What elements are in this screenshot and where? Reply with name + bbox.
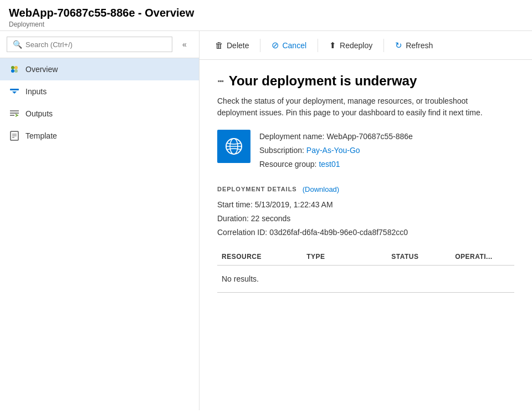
sidebar-item-inputs[interactable]: Inputs <box>0 80 199 103</box>
sidebar-nav: Overview Inputs <box>0 58 199 147</box>
subscription-label: Subscription: <box>259 146 304 155</box>
section-label: DEPLOYMENT DETAILS (Download) <box>217 185 514 193</box>
refresh-button[interactable]: ↻ Refresh <box>388 37 439 54</box>
outputs-icon <box>9 108 20 119</box>
start-time-label: Start time: <box>217 200 253 209</box>
overview-icon <box>9 64 20 75</box>
template-icon <box>9 130 20 141</box>
resource-group-label: Resource group: <box>259 160 317 169</box>
toolbar: 🗑 Delete ⊘ Cancel ⬆ Redeploy ↻ Refresh <box>200 31 532 60</box>
resource-group-link[interactable]: test01 <box>319 160 340 169</box>
resource-group-row: Resource group: test01 <box>259 157 413 171</box>
page-subtitle: Deployment <box>9 21 523 28</box>
refresh-label: Refresh <box>406 41 433 50</box>
col-type: TYPE <box>302 253 387 261</box>
content-area: ··· Your deployment is underway Check th… <box>200 60 532 306</box>
sidebar-item-overview-label: Overview <box>25 65 58 74</box>
search-bar: 🔍 « <box>0 31 199 58</box>
svg-rect-4 <box>10 89 19 90</box>
subscription-row: Subscription: Pay-As-You-Go <box>259 144 413 157</box>
sidebar: 🔍 « Overview <box>0 31 200 410</box>
deployment-heading: ··· Your deployment is underway <box>217 73 514 89</box>
cancel-icon: ⊘ <box>272 40 279 50</box>
redeploy-label: Redeploy <box>340 41 372 50</box>
svg-point-0 <box>11 66 14 69</box>
sidebar-item-template-label: Template <box>25 131 57 140</box>
correlation-row: Correlation ID: 03d26faf-d6fa-4b9b-96e0-… <box>217 226 514 239</box>
subscription-link[interactable]: Pay-As-You-Go <box>306 146 360 155</box>
table-section: RESOURCE TYPE STATUS OPERATI... No resul… <box>217 253 514 293</box>
toolbar-divider-1 <box>260 39 260 52</box>
search-input[interactable] <box>25 40 166 49</box>
sidebar-item-outputs[interactable]: Outputs <box>0 103 199 125</box>
sidebar-item-inputs-label: Inputs <box>25 87 47 96</box>
svg-marker-5 <box>12 91 17 94</box>
deployment-meta: Deployment name: WebApp-70687c55-886e Su… <box>259 130 413 172</box>
correlation-label: Correlation ID: <box>217 228 267 237</box>
svg-point-3 <box>14 69 18 73</box>
table-header: RESOURCE TYPE STATUS OPERATI... <box>217 253 514 266</box>
start-time-row: Start time: 5/13/2019, 1:22:43 AM <box>217 198 514 212</box>
col-resource: RESOURCE <box>217 253 302 261</box>
collapse-button[interactable]: « <box>177 37 192 52</box>
delete-button[interactable]: 🗑 Delete <box>208 37 255 53</box>
col-operations: OPERATI... <box>451 253 514 261</box>
no-results-row: No results. <box>217 266 514 293</box>
cancel-button[interactable]: ⊘ Cancel <box>265 37 313 54</box>
sidebar-item-overview[interactable]: Overview <box>0 58 199 80</box>
table-body: No results. <box>217 266 514 293</box>
redeploy-button[interactable]: ⬆ Redeploy <box>323 37 379 54</box>
duration-label: Duration: <box>217 214 249 223</box>
redeploy-icon: ⬆ <box>329 40 336 50</box>
start-time-value-text: 5/13/2019, 1:22:43 AM <box>255 200 333 209</box>
main-content: 🗑 Delete ⊘ Cancel ⬆ Redeploy ↻ Refresh ·… <box>200 31 532 410</box>
deployment-info-box: Deployment name: WebApp-70687c55-886e Su… <box>217 130 514 172</box>
inputs-icon <box>9 86 20 97</box>
svg-point-1 <box>14 66 18 69</box>
search-icon: 🔍 <box>13 40 22 49</box>
deployment-icon-box <box>217 130 250 163</box>
deployment-name-value-text: WebApp-70687c55-886e <box>326 132 412 141</box>
cancel-label: Cancel <box>282 41 306 50</box>
sidebar-item-outputs-label: Outputs <box>25 109 53 118</box>
page-title: WebApp-70687c55-886e - Overview <box>9 7 523 19</box>
duration-value: 22 seconds <box>251 214 291 223</box>
correlation-value: 03d26faf-d6fa-4b9b-96e0-cda8f7582cc0 <box>269 228 408 237</box>
delete-label: Delete <box>227 41 249 50</box>
loading-dots-icon: ··· <box>217 75 223 88</box>
deployment-details-label: DEPLOYMENT DETAILS <box>217 186 297 192</box>
svg-point-2 <box>11 69 14 73</box>
deployment-heading-text: Your deployment is underway <box>229 73 417 89</box>
deployment-name-label: Deployment name: <box>259 132 325 141</box>
details-list: Start time: 5/13/2019, 1:22:43 AM Durati… <box>217 198 514 240</box>
search-input-wrap[interactable]: 🔍 <box>7 37 172 52</box>
webapp-icon <box>224 136 244 156</box>
sidebar-item-template[interactable]: Template <box>0 125 199 147</box>
refresh-icon: ↻ <box>395 40 402 50</box>
delete-icon: 🗑 <box>215 40 223 50</box>
toolbar-divider-2 <box>318 39 318 52</box>
duration-row: Duration: 22 seconds <box>217 212 514 226</box>
toolbar-divider-3 <box>383 39 384 52</box>
download-link[interactable]: (Download) <box>303 185 339 193</box>
deployment-name-row: Deployment name: WebApp-70687c55-886e <box>259 130 413 144</box>
col-status: STATUS <box>387 253 451 261</box>
description-text: Check the status of your deployment, man… <box>217 95 505 119</box>
